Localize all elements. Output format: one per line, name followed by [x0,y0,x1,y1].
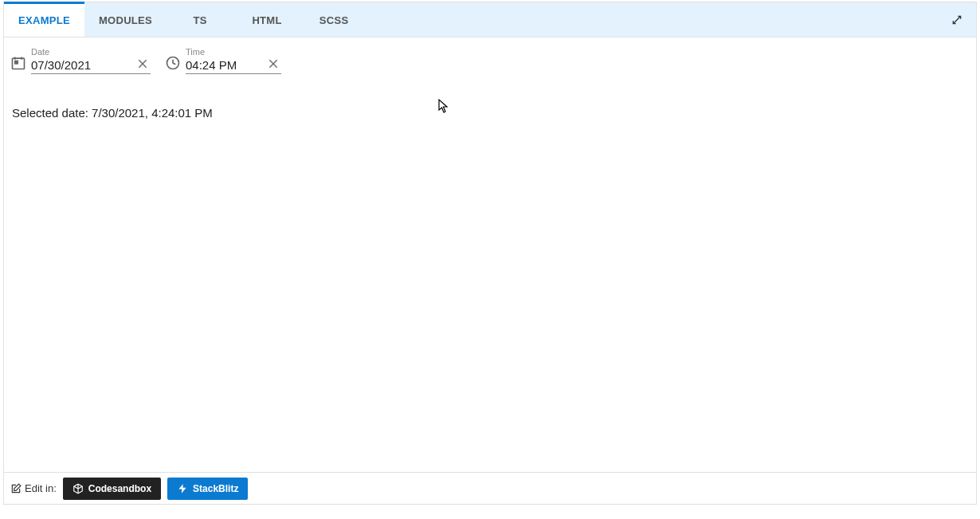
selected-date-prefix: Selected date: [12,106,92,120]
tab-example[interactable]: EXAMPLE [4,2,84,37]
stackblitz-button[interactable]: StackBlitz [167,478,248,500]
date-clear-button[interactable] [136,57,149,70]
codesandbox-icon [73,483,84,494]
content-area: Date 07/30/2021 [4,37,976,472]
date-value: 07/30/2021 [31,58,151,72]
close-icon [267,57,280,70]
date-label: Date [31,47,151,57]
edit-in-label: Edit in: [10,482,57,494]
time-clear-button[interactable] [267,57,280,70]
tab-html[interactable]: HTML [233,2,300,37]
time-label: Time [186,47,281,57]
time-input[interactable]: Time 04:24 PM [186,47,281,74]
edit-icon [10,483,22,494]
svg-rect-2 [15,61,18,64]
footer: Edit in: Codesandbox StackBlitz [4,472,976,504]
tab-scss[interactable]: SCSS [300,2,367,37]
expand-button[interactable] [946,9,968,31]
tab-modules[interactable]: MODULES [84,2,167,37]
selected-date-text: Selected date: 7/30/2021, 4:24:01 PM [10,106,970,120]
calendar-icon[interactable] [10,55,26,71]
svg-line-0 [953,16,960,23]
date-input[interactable]: Date 07/30/2021 [31,47,151,74]
stackblitz-icon [177,483,188,494]
tab-bar: EXAMPLE MODULES TS HTML SCSS [4,2,976,37]
date-field: Date 07/30/2021 [10,47,151,74]
tab-ts[interactable]: TS [167,2,233,37]
selected-date-value: 7/30/2021, 4:24:01 PM [92,106,213,120]
close-icon [136,57,149,70]
time-field: Time 04:24 PM [165,47,281,74]
clock-icon[interactable] [165,55,181,71]
codesandbox-button[interactable]: Codesandbox [63,478,161,500]
expand-icon [951,14,963,26]
